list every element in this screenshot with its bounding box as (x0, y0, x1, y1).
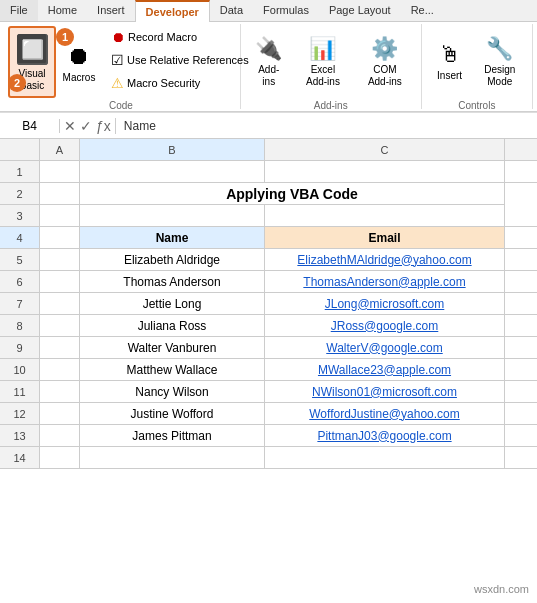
col-header-b[interactable]: B (80, 139, 265, 161)
tab-data[interactable]: Data (210, 0, 253, 21)
cell-c14[interactable] (265, 447, 505, 469)
cell-c10[interactable]: MWallace23@apple.com (265, 359, 505, 381)
use-relative-button[interactable]: ☑ Use Relative References (106, 49, 254, 71)
col-header-a[interactable]: A (40, 139, 80, 161)
insert-button[interactable]: 🖱 Insert (428, 26, 472, 98)
confirm-icon[interactable]: ✓ (80, 118, 92, 134)
row-num-3: 3 (0, 205, 40, 227)
cell-a14[interactable] (40, 447, 80, 469)
cell-b2[interactable]: Applying VBA Code (80, 183, 505, 205)
formula-input[interactable]: Name (116, 119, 537, 133)
table-row: 1 (0, 161, 537, 183)
formula-bar: B4 ✕ ✓ ƒx Name (0, 113, 537, 139)
cell-c8[interactable]: JRoss@google.com (265, 315, 505, 337)
cell-d14[interactable] (505, 447, 537, 469)
addins-button[interactable]: 🔌 Add- ins (247, 26, 291, 98)
cell-d4[interactable] (505, 227, 537, 249)
record-macro-button[interactable]: ⏺ Record Macro (106, 26, 254, 48)
cell-c9[interactable]: WalterV@google.com (265, 337, 505, 359)
ribbon-content: 🔲 Visual Basic ⏺ Macros ⏺ Record Macro ☑ (0, 22, 537, 112)
design-mode-button[interactable]: 🔧 Design Mode (474, 26, 526, 98)
cell-c11[interactable]: NWilson01@microsoft.com (265, 381, 505, 403)
cell-c5[interactable]: ElizabethMAldridge@yahoo.com (265, 249, 505, 271)
table-row: 12 Justine Wofford WoffordJustine@yahoo.… (0, 403, 537, 425)
insert-function-icon[interactable]: ƒx (96, 118, 111, 134)
cell-b9[interactable]: Walter Vanburen (80, 337, 265, 359)
cell-a12[interactable] (40, 403, 80, 425)
cell-a10[interactable] (40, 359, 80, 381)
cancel-icon[interactable]: ✕ (64, 118, 76, 134)
cell-d8[interactable] (505, 315, 537, 337)
cell-c4[interactable]: Email (265, 227, 505, 249)
cell-a4[interactable] (40, 227, 80, 249)
cell-c6[interactable]: ThomasAnderson@apple.com (265, 271, 505, 293)
cell-d9[interactable] (505, 337, 537, 359)
cell-c13[interactable]: PittmanJ03@google.com (265, 425, 505, 447)
corner-cell (0, 139, 40, 161)
macro-security-button[interactable]: ⚠ Macro Security (106, 72, 254, 94)
cell-b8[interactable]: Juliana Ross (80, 315, 265, 337)
cell-b14[interactable] (80, 447, 265, 469)
tab-developer[interactable]: Developer (135, 0, 210, 22)
cell-b7[interactable]: Jettie Long (80, 293, 265, 315)
cell-b13[interactable]: James Pittman (80, 425, 265, 447)
tab-more[interactable]: Re... (401, 0, 444, 21)
excel-addins-icon: 📊 (309, 36, 336, 62)
cell-b5[interactable]: Elizabeth Aldridge (80, 249, 265, 271)
cell-a9[interactable] (40, 337, 80, 359)
cell-a11[interactable] (40, 381, 80, 403)
row-num-8: 8 (0, 315, 40, 337)
cell-b10[interactable]: Matthew Wallace (80, 359, 265, 381)
cell-d5[interactable] (505, 249, 537, 271)
cell-d1[interactable] (505, 161, 537, 183)
ribbon-tab-bar: File Home Insert Developer Data Formulas… (0, 0, 537, 22)
cell-c1[interactable] (265, 161, 505, 183)
tab-file[interactable]: File (0, 0, 38, 21)
tab-home[interactable]: Home (38, 0, 87, 21)
cell-a8[interactable] (40, 315, 80, 337)
cell-b4[interactable]: Name (80, 227, 265, 249)
cell-d6[interactable] (505, 271, 537, 293)
cell-a3[interactable] (40, 205, 80, 227)
tab-page-layout[interactable]: Page Layout (319, 0, 401, 21)
col-header-d[interactable]: D (505, 139, 537, 161)
row-num-11: 11 (0, 381, 40, 403)
row-num-7: 7 (0, 293, 40, 315)
addins-icon: 🔌 (255, 36, 282, 62)
row-num-2: 2 (0, 183, 40, 205)
addins-label: Add- ins (254, 64, 284, 88)
cell-d13[interactable] (505, 425, 537, 447)
cell-b1[interactable] (80, 161, 265, 183)
ribbon: File Home Insert Developer Data Formulas… (0, 0, 537, 113)
cell-d7[interactable] (505, 293, 537, 315)
visual-basic-icon: 🔲 (15, 33, 50, 66)
col-header-c[interactable]: C (265, 139, 505, 161)
cell-a1[interactable] (40, 161, 80, 183)
record-macro-label: Record Macro (128, 31, 197, 43)
cell-c3[interactable] (265, 205, 505, 227)
cell-d12[interactable] (505, 403, 537, 425)
row-num-4: 4 (0, 227, 40, 249)
cell-a6[interactable] (40, 271, 80, 293)
cell-a5[interactable] (40, 249, 80, 271)
cell-d3[interactable] (505, 205, 537, 227)
cell-b6[interactable]: Thomas Anderson (80, 271, 265, 293)
cell-b3[interactable] (80, 205, 265, 227)
com-addins-button[interactable]: ⚙️ COM Add-ins (355, 26, 414, 98)
com-addins-icon: ⚙️ (371, 36, 398, 62)
cell-a2[interactable] (40, 183, 80, 205)
tab-insert[interactable]: Insert (87, 0, 135, 21)
cell-b12[interactable]: Justine Wofford (80, 403, 265, 425)
relative-icon: ☑ (111, 52, 124, 68)
cell-reference-box[interactable]: B4 (0, 119, 60, 133)
cell-c7[interactable]: JLong@microsoft.com (265, 293, 505, 315)
cell-d10[interactable] (505, 359, 537, 381)
cell-c12[interactable]: WoffordJustine@yahoo.com (265, 403, 505, 425)
cell-b11[interactable]: Nancy Wilson (80, 381, 265, 403)
cell-d11[interactable] (505, 381, 537, 403)
cell-a7[interactable] (40, 293, 80, 315)
row-num-14: 14 (0, 447, 40, 469)
tab-formulas[interactable]: Formulas (253, 0, 319, 21)
excel-addins-button[interactable]: 📊 Excel Add-ins (293, 26, 353, 98)
cell-a13[interactable] (40, 425, 80, 447)
